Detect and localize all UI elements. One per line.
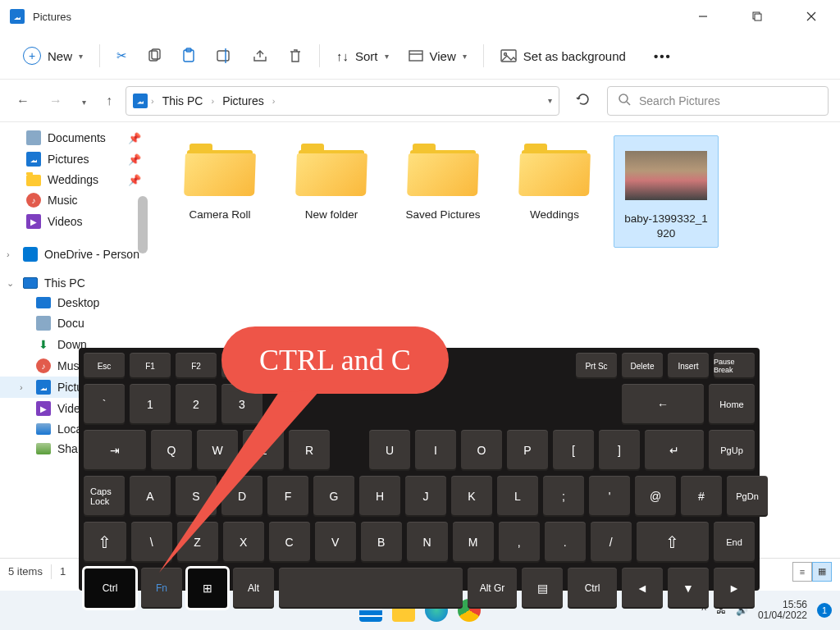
recent-locations-button[interactable]: ▾ (77, 89, 91, 113)
sidebar-item-onedrive[interactable]: ›OneDrive - Person (0, 244, 148, 265)
key-quote: ' (589, 476, 630, 517)
item-count: 5 items (8, 565, 43, 578)
cut-button[interactable]: ✂ (108, 43, 135, 68)
history-dropdown[interactable]: ▾ (548, 96, 552, 105)
refresh-button[interactable] (568, 87, 599, 115)
search-icon (618, 93, 631, 109)
share-button[interactable] (244, 43, 276, 68)
svg-line-16 (627, 102, 630, 105)
key-i: I (415, 430, 456, 471)
key-bracket-open: [ (553, 430, 594, 471)
key-semicolon: ; (543, 476, 584, 517)
key-k: K (451, 476, 492, 517)
key-esc: Esc (84, 353, 125, 379)
rename-icon (216, 48, 232, 63)
key-capslock: Caps Lock (84, 476, 125, 517)
key-slash: / (591, 522, 632, 563)
image-thumbnail (625, 151, 707, 200)
sort-label: Sort (355, 49, 378, 63)
svg-point-14 (504, 53, 506, 56)
sidebar-item-pictures[interactable]: Pictures📌 (0, 148, 148, 170)
key-pgup: PgUp (709, 430, 755, 471)
key-m: M (453, 522, 494, 563)
key-altgr: Alt Gr (468, 568, 517, 609)
address-bar[interactable]: › This PC › Pictures › ▾ (126, 86, 559, 116)
breadcrumb-thispc[interactable]: This PC (158, 91, 208, 111)
set-bg-label: Set as background (523, 49, 626, 63)
pin-icon: 📌 (128, 174, 141, 186)
icons-view-button[interactable]: ▦ (812, 562, 832, 582)
view-icon (409, 50, 423, 62)
key-home: Home (709, 384, 755, 425)
search-input[interactable] (639, 94, 818, 107)
key-u: U (369, 430, 410, 471)
key-backtick: ` (84, 384, 125, 425)
forward-button[interactable]: → (44, 89, 67, 113)
sidebar-item-documents[interactable]: Documents📌 (0, 127, 148, 148)
sidebar-item-docs[interactable]: Docu (0, 313, 148, 334)
folder-newfolder[interactable]: New folder (279, 135, 384, 248)
key-pgdn: PgDn (727, 476, 768, 517)
sidebar-item-desktop[interactable]: Desktop (0, 293, 148, 313)
selected-count: 1 (60, 565, 66, 578)
svg-rect-9 (217, 51, 229, 61)
copy-icon (147, 48, 162, 63)
key-shift-left: ⇧ (84, 522, 126, 563)
key-comma: , (499, 522, 540, 563)
maximize-button[interactable] (738, 3, 776, 30)
location-icon (133, 94, 148, 108)
sidebar-item-videos[interactable]: ▶Videos (0, 211, 148, 232)
tray-notification-badge[interactable]: 1 (817, 603, 832, 618)
sort-button[interactable]: ↑↓ Sort ▾ (328, 44, 397, 68)
plus-icon: + (23, 47, 41, 65)
file-baby-image[interactable]: baby-1399332_1 920 (614, 135, 719, 248)
delete-button[interactable] (280, 43, 311, 69)
key-p: P (507, 430, 548, 471)
callout: CTRL and C (221, 326, 449, 394)
svg-point-15 (619, 94, 628, 103)
tray-clock[interactable]: 15:56 01/04/2022 (758, 600, 807, 621)
key-arrow-down: ▼ (668, 568, 709, 609)
folder-weddings[interactable]: Weddings (502, 135, 607, 248)
chevron-down-icon: ▾ (385, 52, 389, 61)
key-insert: Insert (668, 353, 709, 379)
sidebar-item-thispc[interactable]: ⌄This PC (0, 273, 148, 293)
key-o: O (461, 430, 502, 471)
rename-button[interactable] (208, 43, 240, 68)
set-background-button[interactable]: Set as background (492, 44, 634, 68)
more-button[interactable]: ••• (646, 44, 680, 68)
key-ctrl-right: Ctrl (568, 568, 617, 609)
folder-cameraroll[interactable]: Camera Roll (167, 135, 272, 248)
pin-icon: 📌 (128, 132, 141, 144)
key-bracket-close: ] (599, 430, 640, 471)
key-end: End (714, 522, 755, 563)
key-enter: ↵ (645, 430, 704, 471)
search-box[interactable] (607, 86, 829, 116)
paste-button[interactable] (173, 43, 204, 69)
sidebar-item-music[interactable]: ♪Music (0, 189, 148, 211)
view-button[interactable]: View ▾ (400, 44, 475, 68)
copy-button[interactable] (139, 43, 170, 68)
back-button[interactable]: ← (11, 89, 34, 113)
share-icon (252, 48, 268, 63)
pin-icon: 📌 (128, 153, 141, 166)
picture-icon (500, 49, 517, 62)
key-j: J (405, 476, 446, 517)
nav-bar: ← → ▾ ↑ › This PC › Pictures › ▾ (0, 79, 840, 121)
key-n: N (407, 522, 448, 563)
chevron-down-icon: ▾ (463, 52, 467, 61)
details-view-button[interactable]: ≡ (792, 562, 812, 582)
key-period: . (545, 522, 586, 563)
key-backspace: ← (622, 384, 704, 425)
scissors-icon: ✂ (116, 48, 127, 63)
minimize-button[interactable] (684, 3, 722, 30)
breadcrumb-pictures[interactable]: Pictures (217, 91, 269, 111)
svg-rect-11 (409, 51, 422, 61)
sidebar-scrollbar[interactable] (138, 196, 148, 253)
folder-savedpictures[interactable]: Saved Pictures (390, 135, 495, 248)
close-button[interactable] (792, 3, 830, 30)
up-button[interactable]: ↑ (101, 89, 117, 113)
sidebar-item-weddings[interactable]: Weddings📌 (0, 170, 148, 189)
sort-icon: ↑↓ (336, 49, 349, 63)
new-button[interactable]: + New ▾ (15, 42, 91, 70)
